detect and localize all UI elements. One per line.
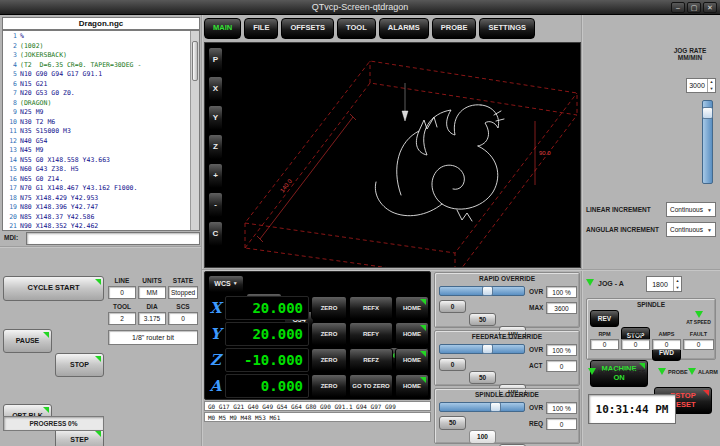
view-button[interactable]: + bbox=[208, 163, 223, 189]
pause-button[interactable]: PAUSE bbox=[3, 329, 52, 353]
slider-handle[interactable] bbox=[490, 402, 501, 412]
splitter-left[interactable] bbox=[201, 15, 203, 446]
view-button[interactable]: C bbox=[208, 221, 223, 247]
minimize-icon[interactable]: – bbox=[671, 2, 685, 13]
feed-override-slider[interactable] bbox=[439, 344, 525, 354]
zero-axis-button[interactable]: ZERO bbox=[311, 322, 347, 346]
gcode-line[interactable]: 6 N15 G21 bbox=[3, 80, 190, 90]
feed-preset-button[interactable]: 0 bbox=[439, 358, 466, 371]
view-button[interactable]: P bbox=[208, 47, 223, 73]
view-button[interactable]: - bbox=[208, 192, 223, 218]
angular-increment-combo[interactable]: Continuous ▼ bbox=[666, 222, 716, 237]
gcode-viewer[interactable]: 1 % 2 (1002) 3 (JOKERSBACK) 4 (T2 D=6.35… bbox=[2, 30, 200, 231]
gcode-line-text: (1002) bbox=[20, 42, 43, 52]
zero-axis-button[interactable]: ZERO bbox=[311, 348, 347, 372]
gcode-line[interactable]: 17 N70 G1 X148.467 Y43.162 F1000. bbox=[3, 184, 190, 194]
at-speed-indicator: AT SPEED bbox=[683, 308, 714, 328]
ref-axis-button[interactable]: REFY bbox=[349, 322, 393, 346]
gcode-line[interactable]: 9 N25 M9 bbox=[3, 108, 190, 118]
tab[interactable]: PROBE bbox=[432, 18, 477, 39]
home-axis-button[interactable]: HOME bbox=[395, 296, 429, 320]
gcode-line[interactable]: 14 N55 G0 X148.558 Y43.663 bbox=[3, 156, 190, 166]
gcode-line[interactable]: 7 N20 G53 G0 Z0. bbox=[3, 89, 190, 99]
gcode-line[interactable]: 11 N35 S15000 M3 bbox=[3, 127, 190, 137]
gcode-line[interactable]: 20 N85 X148.37 Y42.586 bbox=[3, 213, 190, 223]
tab[interactable]: ALARMS bbox=[379, 18, 429, 39]
gcode-line[interactable]: 21 N90 X148.352 Y42.462 bbox=[3, 222, 190, 231]
tool-label: TOOL bbox=[108, 303, 136, 310]
spin-up-icon[interactable]: ▲ bbox=[674, 277, 681, 284]
mdi-label: MDI: bbox=[4, 234, 18, 241]
gcode-line[interactable]: 19 N80 X148.396 Y42.747 bbox=[3, 203, 190, 213]
home-switches-indicator: HOME SWITCHES bbox=[588, 368, 645, 375]
axis-dro-value: 20.000 bbox=[225, 322, 309, 346]
home-axis-button[interactable]: HOME bbox=[395, 374, 429, 398]
feed-preset-button[interactable]: 50 bbox=[469, 371, 496, 384]
maximize-icon[interactable]: ▢ bbox=[687, 2, 701, 13]
spindle-reverse-button[interactable]: REV bbox=[590, 310, 619, 327]
linear-increment-combo[interactable]: Continuous ▼ bbox=[666, 202, 716, 217]
rapid-preset-button[interactable]: 0 bbox=[439, 300, 466, 313]
jog-a-rate-spinbox[interactable]: 1800 ▲▼ bbox=[646, 276, 682, 292]
spindle-override-slider[interactable] bbox=[439, 402, 525, 412]
gcode-line[interactable]: 15 N60 G43 Z38. H5 bbox=[3, 165, 190, 175]
splitter-right[interactable] bbox=[581, 15, 583, 446]
wcs-button[interactable]: WCS ▼ bbox=[208, 275, 244, 293]
home-switches-label: HOME SWITCHES bbox=[598, 369, 645, 375]
spinner-arrows[interactable]: ▲▼ bbox=[707, 79, 715, 92]
mdi-input[interactable] bbox=[26, 232, 200, 245]
tab[interactable]: OFFSETS bbox=[281, 18, 334, 39]
axis-letter: X bbox=[208, 296, 223, 320]
tab[interactable]: TOOL bbox=[337, 18, 376, 39]
cycle-start-button[interactable]: CYCLE START bbox=[3, 276, 104, 301]
view-button[interactable]: Y bbox=[208, 105, 223, 131]
slider-handle[interactable] bbox=[482, 344, 493, 354]
gcode-line[interactable]: 16 N65 G0 Z14. bbox=[3, 175, 190, 185]
gcode-line[interactable]: 12 N40 G54 bbox=[3, 137, 190, 147]
jog-rate-slider[interactable] bbox=[702, 100, 713, 184]
gcode-line[interactable]: 13 N45 M9 bbox=[3, 146, 190, 156]
home-axis-button[interactable]: HOME bbox=[395, 322, 429, 346]
gcode-line[interactable]: 3 (JOKERSBACK) bbox=[3, 51, 190, 61]
slider-handle[interactable] bbox=[482, 286, 493, 296]
scrollbar-thumb[interactable] bbox=[192, 41, 198, 81]
amps-label: AMPS bbox=[652, 331, 681, 337]
tab[interactable]: FILE bbox=[244, 18, 278, 39]
gcode-line[interactable]: 5 N10 G90 G94 G17 G91.1 bbox=[3, 70, 190, 80]
gcode-line[interactable]: 4 (T2 D=6.35 CR=0. TAPER=30DEG - bbox=[3, 61, 190, 71]
stop-button[interactable]: STOP bbox=[55, 353, 104, 377]
gcode-line[interactable]: 8 (DRAGON) bbox=[3, 99, 190, 109]
rapid-override-slider[interactable] bbox=[439, 286, 525, 296]
gcode-scrollbar[interactable] bbox=[190, 31, 199, 230]
slider-handle[interactable] bbox=[702, 107, 713, 119]
gcode-line[interactable]: 18 N75 X148.429 Y42.953 bbox=[3, 194, 190, 204]
ref-axis-button[interactable]: REFX bbox=[349, 296, 393, 320]
gremlin-preview[interactable]: 140.0 90.0 P X Y Z + - bbox=[204, 42, 581, 268]
gcode-line-number: 7 bbox=[3, 89, 20, 99]
tab[interactable]: SETTINGS bbox=[479, 18, 535, 39]
spindle-preset-button[interactable]: 50 bbox=[439, 416, 466, 430]
units-value: MM bbox=[138, 286, 166, 299]
close-icon[interactable]: ✕ bbox=[703, 2, 717, 13]
ref-axis-button[interactable]: GO TO ZERO bbox=[349, 374, 393, 398]
zero-axis-button[interactable]: ZERO bbox=[311, 374, 347, 398]
gcode-line[interactable]: 1 % bbox=[3, 32, 190, 42]
spindle-preset-button[interactable]: 100 bbox=[469, 430, 496, 444]
jog-rate-spinbox[interactable]: 3000 ▲▼ bbox=[686, 78, 716, 93]
spinner-arrows[interactable]: ▲▼ bbox=[673, 277, 681, 291]
zero-axis-button[interactable]: ZERO bbox=[311, 296, 347, 320]
ref-axis-button[interactable]: REFZ bbox=[349, 348, 393, 372]
spin-down-icon[interactable]: ▼ bbox=[674, 284, 681, 291]
spin-down-icon[interactable]: ▼ bbox=[708, 86, 715, 93]
gcode-line-text: (JOKERSBACK) bbox=[20, 51, 67, 61]
view-button[interactable]: Z bbox=[208, 134, 223, 160]
view-button[interactable]: X bbox=[208, 76, 223, 102]
gcode-line[interactable]: 10 N30 T2 M6 bbox=[3, 118, 190, 128]
rapid-preset-button[interactable]: 50 bbox=[469, 313, 496, 326]
home-axis-button[interactable]: HOME bbox=[395, 348, 429, 372]
gcode-line[interactable]: 2 (1002) bbox=[3, 42, 190, 52]
title-bar: QTvcp-Screen-qtdragon – ▢ ✕ bbox=[0, 0, 720, 15]
gcode-line-number: 15 bbox=[3, 165, 20, 175]
chevron-down-icon: ▼ bbox=[233, 281, 238, 287]
tab[interactable]: MAIN bbox=[204, 18, 241, 39]
